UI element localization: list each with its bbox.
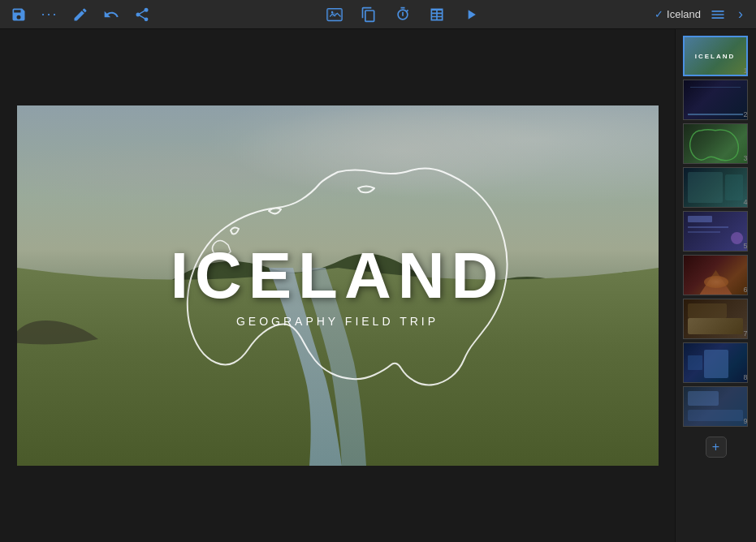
- thumb-img-9: [683, 386, 748, 427]
- thumbnail-7[interactable]: 7: [683, 299, 750, 339]
- thumbnail-2[interactable]: 2: [683, 80, 750, 120]
- thumb-img-5: [683, 211, 748, 252]
- thumb-num-4: 4: [743, 198, 749, 206]
- thumbnail-1[interactable]: ICELAND 1: [683, 36, 750, 76]
- save-icon[interactable]: [10, 6, 28, 24]
- toolbar-left: ···: [10, 6, 151, 24]
- thumb-num-7: 7: [743, 329, 749, 338]
- thumb-img-6: [683, 255, 748, 295]
- thumb-num-6: 6: [743, 286, 749, 294]
- canvas-area: ICELAND GEOGRAPHY FIELD TRIP: [0, 29, 675, 542]
- thumbnail-8[interactable]: 8: [683, 342, 750, 383]
- next-slide-arrow[interactable]: ›: [735, 4, 746, 24]
- thumbnail-5[interactable]: 5: [683, 211, 750, 252]
- toolbar-center: [326, 6, 480, 24]
- presentation-title-text: Iceland: [667, 8, 701, 20]
- add-slide-icon: +: [712, 440, 719, 454]
- timer-icon[interactable]: [394, 6, 412, 24]
- thumb-img-7: [683, 299, 748, 339]
- thumb-num-2: 2: [743, 110, 749, 118]
- thumbnail-6[interactable]: 6: [683, 255, 750, 295]
- title-checkmark: ✓: [654, 8, 663, 20]
- thumb-num-3: 3: [743, 154, 749, 162]
- toolbar: ··· ✓ Iceland: [0, 0, 756, 29]
- thumbnail-panel: ICELAND 1 2 3: [675, 29, 756, 542]
- insert-media-icon[interactable]: [326, 6, 343, 24]
- thumbnail-4[interactable]: 4: [683, 167, 750, 208]
- thumb-img-1: ICELAND: [683, 36, 748, 76]
- play-icon[interactable]: [462, 6, 480, 24]
- thumb-num-5: 5: [743, 242, 749, 250]
- main-area: ICELAND GEOGRAPHY FIELD TRIP ICELAND 1 2: [0, 29, 756, 542]
- slide-canvas: ICELAND GEOGRAPHY FIELD TRIP: [17, 105, 659, 466]
- slide-subtitle: GEOGRAPHY FIELD TRIP: [171, 315, 505, 328]
- more-icon[interactable]: ···: [41, 6, 58, 24]
- add-slide-button[interactable]: +: [706, 437, 727, 458]
- slide-main-title: ICELAND: [171, 243, 505, 308]
- panel-toggle-icon[interactable]: [709, 6, 727, 24]
- toolbar-right: ✓ Iceland ›: [654, 4, 746, 24]
- share-icon[interactable]: [133, 6, 151, 24]
- thumb-img-2: [683, 80, 748, 120]
- slide-text-overlay: ICELAND GEOGRAPHY FIELD TRIP: [171, 243, 505, 328]
- table-icon[interactable]: [428, 6, 446, 24]
- thumbnail-3[interactable]: 3: [683, 123, 750, 164]
- thumb-num-9: 9: [743, 417, 749, 425]
- thumb-img-4: [683, 167, 748, 208]
- presentation-title-container: ✓ Iceland: [654, 8, 701, 20]
- thumb-num-1: 1: [743, 67, 749, 75]
- thumb-num-8: 8: [743, 373, 749, 381]
- thumb-img-3: [683, 123, 748, 164]
- thumb-1-text: ICELAND: [695, 53, 736, 60]
- duplicate-icon[interactable]: [360, 6, 378, 24]
- thumb-img-8: [683, 342, 748, 383]
- svg-point-1: [331, 11, 334, 12]
- undo-icon[interactable]: [102, 6, 120, 24]
- thumbnail-9[interactable]: 9: [683, 386, 750, 427]
- annotate-icon[interactable]: [71, 6, 89, 24]
